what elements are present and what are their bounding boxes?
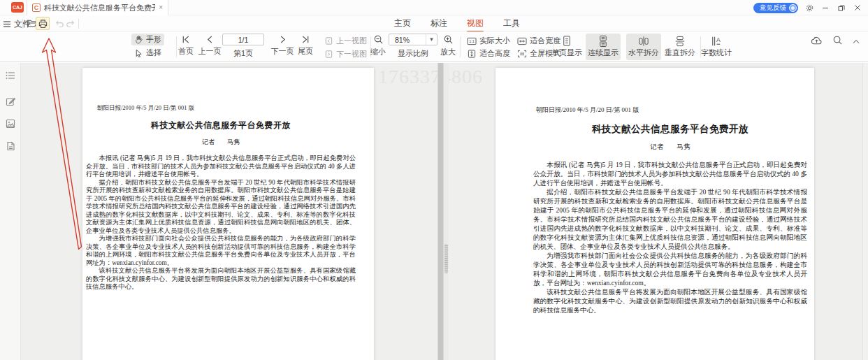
watermark-text: 1763374806 [378, 66, 483, 88]
feedback-label: 意见反馈 [760, 3, 786, 13]
redo-button[interactable] [64, 17, 78, 30]
ribbon-tabs: 主页 标注 视图 工具 [393, 15, 521, 31]
zoom-ratio-dropdown[interactable]: 81% ▼ [389, 34, 437, 45]
tab-view[interactable]: 视图 [465, 15, 485, 31]
select-tool-label: 选择 [146, 48, 161, 58]
newspaper-source-line: 朝阳日报/2010 年/5 月/20 日/第 001 版 [97, 104, 356, 113]
paragraph: 据介绍，朝阳市科技文献公共信息服务平台发端于 20 世纪 90 年代朝阳市科学技… [86, 179, 356, 236]
titlebar: CAJ C 科技文献公共信息服务平台免费开放_记··· × 意见反馈 [0, 0, 868, 15]
minimize-icon[interactable] [820, 3, 830, 13]
last-page-label: 尾页 [298, 46, 313, 57]
collapse-ribbon-icon[interactable] [853, 39, 860, 44]
tab-annotate[interactable]: 标注 [429, 15, 449, 31]
select-tool-button[interactable]: 选择 [131, 47, 164, 59]
last-page-button[interactable]: 尾页 [296, 35, 315, 57]
undo-icon [54, 19, 64, 28]
fit-height-button[interactable]: 适合高度 [464, 48, 513, 59]
first-page-button[interactable]: 首页 [175, 35, 197, 57]
fit-height-icon [467, 50, 477, 58]
tab-close-icon[interactable]: × [159, 4, 163, 11]
prev-view-icon [324, 36, 333, 45]
word-count-icon: A [710, 35, 723, 48]
hand-tool-button[interactable]: 手形 [131, 34, 164, 45]
paragraph: 为增强我市科技部门面向社会公众提供公共科技信息服务的能力，为各级政府部门的科学决… [86, 235, 356, 267]
next-view-label: 下一视图 [336, 49, 367, 59]
paragraph: 本报讯 (记者 马隽)5 月 19 日，我市科技文献公共信息服务平台正式启动，即… [86, 154, 356, 179]
continuous-display-label: 连续显示 [588, 48, 619, 58]
continuous-display-icon [597, 35, 609, 48]
feedback-badge-icon [789, 4, 797, 12]
document-page-left: 朝阳日报/2010 年/5 月/20 日/第 001 版 科技文献公共信息服务平… [82, 68, 374, 360]
zoom-out-label: 缩小 [370, 47, 386, 57]
scrollbar-thumb[interactable] [444, 244, 448, 273]
document-tab[interactable]: C 科技文献公共信息服务平台免费开放_记··· × [27, 0, 168, 15]
next-view-icon [324, 50, 333, 59]
document-page-right: 朝阳日报/2010 年/5 月/20 日/第 001 版 科技文献公共信息服务平… [496, 68, 814, 360]
svg-text:A: A [716, 36, 721, 43]
left-pane-scrollbar[interactable] [444, 63, 449, 360]
page-number-input[interactable] [222, 34, 264, 45]
next-view-button[interactable]: 下一视图 [321, 48, 370, 60]
tab-tools[interactable]: 工具 [502, 15, 521, 31]
last-page-icon [301, 35, 310, 44]
close-window-icon[interactable] [853, 3, 862, 13]
next-page-button[interactable]: 下一页 [269, 35, 296, 57]
horizontal-split-icon [637, 35, 650, 48]
feedback-button[interactable]: 意见反馈 [753, 3, 798, 13]
prev-page-label: 上一页 [198, 46, 222, 57]
page-indicator-label: 第1页 [233, 48, 253, 59]
page-panel-icon[interactable] [5, 141, 16, 152]
outline-panel-icon[interactable] [5, 70, 16, 81]
fullscreen-icon [517, 50, 527, 58]
prev-view-label: 上一视图 [336, 36, 367, 46]
horizontal-split-button[interactable]: 水平拆分 [626, 34, 661, 60]
actual-size-icon: 1:1 [467, 37, 477, 45]
printer-icon [38, 19, 48, 29]
document-area: 1763374806 朝阳日报/2010 年/5 月/20 日/第 001 版 … [0, 63, 868, 360]
right-pane-scrollbar[interactable] [862, 63, 868, 360]
app-window: CAJ C 科技文献公共信息服务平台免费开放_记··· × 意见反馈 [0, 0, 868, 360]
article-title: 科技文献公共信息服务平台免费开放 [533, 123, 807, 136]
fit-height-label: 适合高度 [479, 48, 510, 59]
view-toolbar: 手形 选择 首页 上一页 第1页 下一页 [0, 31, 868, 62]
article-body: 本报讯 (记者 马隽)5 月 19 日，我市科技文献公共信息服务平台正式启动，即… [86, 154, 356, 291]
actual-size-button[interactable]: 1:1 实际大小 [464, 35, 513, 47]
article-byline: 记者 马隽 [86, 138, 356, 147]
vertical-split-button[interactable]: 垂直拆分 [663, 34, 697, 60]
prev-page-button[interactable]: 上一页 [196, 35, 223, 57]
ribbon-bar: 文件 主页 标注 视图 工具 [0, 15, 868, 31]
restore-window-icon[interactable] [837, 3, 846, 13]
zoom-in-label: 放大 [440, 47, 456, 57]
zoom-in-icon [443, 34, 454, 45]
search-icon[interactable] [832, 35, 843, 45]
sidebar-rail [0, 63, 21, 360]
page-indicator: 第1页 [231, 48, 256, 59]
vertical-split-icon [674, 35, 686, 48]
paragraph: 该科技文献公共信息服务平台将发展为面向朝阳本地区开展公益型服务、具有国家级馆藏的… [533, 287, 807, 315]
article-title: 科技文献公共信息服务平台免费开放 [86, 120, 356, 131]
actual-size-label: 实际大小 [479, 36, 510, 46]
zoom-ratio-caption: 显示比例 [397, 48, 429, 59]
word-count-button[interactable]: A 字数统计 [699, 34, 734, 60]
hamburger-icon [3, 20, 11, 28]
hand-icon [134, 35, 143, 44]
zoom-in-button[interactable]: 放大 [439, 34, 457, 57]
zoom-out-button[interactable]: 缩小 [369, 34, 387, 57]
article-byline: 记者 马隽 [533, 143, 807, 152]
svg-text:1:1: 1:1 [469, 39, 475, 43]
annotation-panel-icon[interactable] [5, 96, 16, 107]
single-page-icon [560, 35, 573, 48]
paragraph: 为增强我市科技部门面向社会公众提供公共科技信息服务的能力，为各级政府部门的科学决… [533, 251, 807, 287]
fit-width-icon [517, 37, 527, 45]
tab-home[interactable]: 主页 [393, 15, 412, 31]
app-logo[interactable]: CAJ [11, 2, 24, 13]
thumbnail-panel-icon[interactable] [5, 118, 16, 129]
split-divider[interactable] [437, 63, 444, 360]
print-button[interactable] [36, 17, 50, 30]
prev-view-button[interactable]: 上一视图 [321, 35, 370, 47]
continuous-display-button[interactable]: 连续显示 [586, 34, 621, 60]
cloud-sync-icon[interactable] [811, 36, 823, 45]
caj-file-icon: C [32, 3, 41, 12]
settings-gear-icon[interactable] [804, 3, 814, 13]
single-page-button[interactable]: 单页显示 [549, 34, 584, 60]
